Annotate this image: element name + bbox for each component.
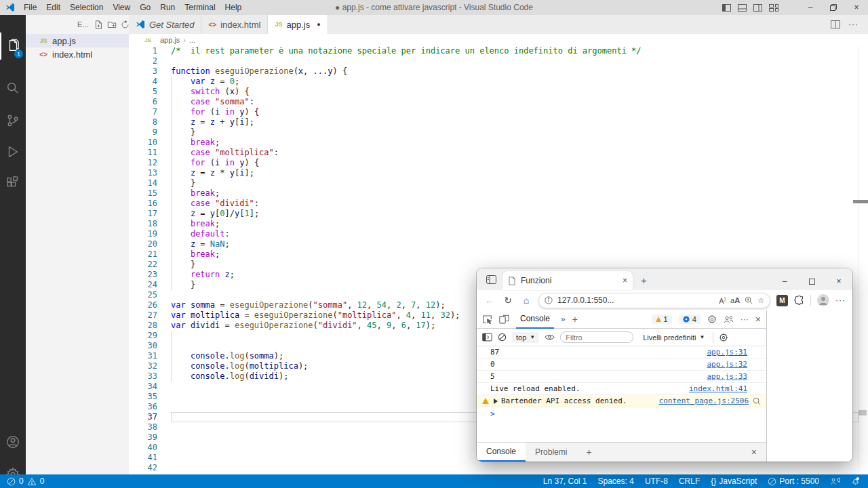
drawer-add-icon[interactable]: + [586, 447, 591, 458]
more-tabs-icon[interactable]: » [561, 314, 566, 324]
explorer-icon[interactable]: 1 [0, 33, 26, 60]
eol-sequence[interactable]: CRLF [679, 476, 700, 486]
live-server-port[interactable]: Port : 5500 [768, 476, 819, 486]
editor-tab-app.js[interactable]: JSapp.js● [268, 15, 328, 34]
code-line-17[interactable]: 17 z = y[0]/y[1]; [129, 209, 868, 219]
editor-tab-get-started[interactable]: Get Started [129, 15, 201, 34]
file-item-index.html[interactable]: <>index.html [26, 47, 129, 61]
source-link[interactable]: app.js:31 [707, 348, 747, 357]
devtools-more-icon[interactable]: ··· [741, 314, 749, 324]
account-icon[interactable] [0, 428, 26, 455]
tab-actions-menu-icon[interactable] [486, 275, 496, 284]
breadcrumb-more[interactable]: ... [189, 36, 195, 44]
translate-icon[interactable]: aA [730, 296, 740, 304]
new-tab-icon[interactable]: + [641, 274, 647, 286]
search-source-icon[interactable] [753, 397, 761, 405]
browser-maximize-icon[interactable] [798, 272, 825, 290]
menu-go[interactable]: Go [135, 0, 155, 15]
m-extension-icon[interactable]: M [776, 295, 788, 306]
editor-scrollbar[interactable] [859, 46, 859, 470]
menu-selection[interactable]: Selection [65, 0, 108, 15]
error-count[interactable]: 0 [19, 476, 24, 486]
code-line-21[interactable]: 21 break; [129, 249, 868, 260]
code-line-13[interactable]: 13 z = z * y[i]; [129, 168, 868, 178]
code-line-3[interactable]: 3function eseguiOperazione(x, ...y) { [129, 66, 868, 77]
toggle-secondary-sidebar-icon[interactable] [753, 4, 762, 12]
warnings-icon[interactable] [27, 477, 37, 486]
indentation[interactable]: Spaces: 4 [598, 476, 634, 486]
url-text[interactable]: 127.0.0.1:550... [557, 296, 714, 305]
restore-button[interactable] [822, 0, 845, 15]
close-tab-icon[interactable]: × [623, 276, 627, 285]
customize-layout-icon[interactable] [769, 4, 778, 12]
refresh-icon[interactable] [121, 20, 130, 29]
issues-people-icon[interactable] [724, 315, 734, 324]
new-file-icon[interactable] [94, 20, 103, 29]
code-line-4[interactable]: 4 var z = 0; [129, 77, 868, 87]
back-icon[interactable]: ← [484, 295, 496, 306]
browser-close-icon[interactable]: × [825, 272, 852, 290]
run-debug-icon[interactable] [0, 138, 26, 165]
expand-arrow-icon[interactable] [494, 399, 498, 404]
code-line-5[interactable]: 5 switch (x) { [129, 87, 868, 97]
split-editor-icon[interactable] [831, 20, 840, 28]
console-settings-gear-icon[interactable] [719, 333, 728, 342]
code-line-1[interactable]: 1/* il rest parameter è una notazione sp… [129, 46, 868, 56]
menu-terminal[interactable]: Terminal [180, 0, 220, 15]
source-link[interactable]: app.js:32 [707, 360, 747, 369]
code-line-12[interactable]: 12 for (i in y) { [129, 158, 868, 168]
code-line-6[interactable]: 6 case "somma": [129, 97, 868, 107]
encoding[interactable]: UTF-8 [645, 476, 668, 486]
source-link[interactable]: content_page.js:2506 [659, 396, 749, 405]
browser-minimize-icon[interactable]: – [771, 272, 798, 290]
file-item-app.js[interactable]: JSapp.js [26, 34, 129, 47]
profile-avatar[interactable] [817, 294, 829, 306]
errors-icon[interactable] [7, 477, 16, 486]
source-link[interactable]: app.js:33 [707, 372, 747, 381]
extensions-icon[interactable] [0, 169, 26, 197]
device-toolbar-icon[interactable] [499, 314, 509, 324]
add-panel-icon[interactable]: + [572, 314, 578, 325]
live-expression-eye-icon[interactable] [545, 333, 555, 341]
minimize-button[interactable]: – [799, 0, 822, 15]
code-line-11[interactable]: 11 case "moltiplica": [129, 148, 868, 158]
code-line-42[interactable]: 42 [129, 463, 868, 473]
source-control-icon[interactable] [0, 107, 26, 134]
menu-edit[interactable]: Edit [41, 0, 65, 15]
console-sidebar-icon[interactable] [482, 333, 492, 342]
read-aloud-icon[interactable]: A) [719, 296, 726, 305]
unsaved-dot-icon[interactable]: ● [317, 21, 320, 28]
toggle-panel-icon[interactable] [738, 4, 747, 12]
browser-extensions-puzzle-icon[interactable] [794, 296, 804, 306]
clear-console-icon[interactable] [498, 333, 507, 342]
log-levels-dropdown[interactable]: Livelli predefiniti ▼ [643, 333, 705, 342]
drawer-tab-console[interactable]: Console [477, 443, 526, 462]
drawer-close-icon[interactable]: × [751, 447, 757, 458]
code-line-16[interactable]: 16 case "dividi": [129, 199, 868, 209]
code-line-15[interactable]: 15 break; [129, 188, 868, 199]
warnings-badge[interactable]: 1 [652, 314, 672, 324]
devtools-tab-console[interactable]: Console [516, 310, 554, 329]
new-folder-icon[interactable] [107, 20, 117, 29]
devtools-close-icon[interactable]: × [755, 314, 761, 325]
browser-settings-more-icon[interactable]: ··· [835, 296, 846, 305]
editor-tab-index.html[interactable]: <>index.html [201, 15, 268, 34]
menu-view[interactable]: View [108, 0, 135, 15]
code-line-20[interactable]: 20 z = NaN; [129, 239, 868, 249]
toggle-sidebar-icon[interactable] [722, 4, 731, 12]
close-window-icon[interactable]: × [845, 0, 868, 15]
code-line-19[interactable]: 19 default: [129, 229, 868, 239]
address-bar[interactable]: 127.0.0.1:550... A) aA ☆ [538, 293, 770, 308]
warning-count[interactable]: 0 [40, 476, 45, 486]
console-prompt[interactable]: > [477, 407, 766, 420]
language-mode[interactable]: {} JavaScript [711, 476, 757, 486]
context-selector[interactable]: top ▼ [512, 332, 539, 343]
code-line-8[interactable]: 8 z = z + y[i]; [129, 117, 868, 127]
breadcrumb[interactable]: JS app.js › ... [129, 34, 868, 46]
messages-badge[interactable]: 4 [679, 314, 701, 324]
favorites-star-icon[interactable]: ☆ [757, 296, 764, 305]
menu-run[interactable]: Run [155, 0, 180, 15]
editor-more-actions-icon[interactable]: ··· [848, 20, 859, 29]
zoom-icon[interactable] [745, 296, 753, 304]
console-filter-input[interactable]: Filtro [560, 331, 633, 343]
